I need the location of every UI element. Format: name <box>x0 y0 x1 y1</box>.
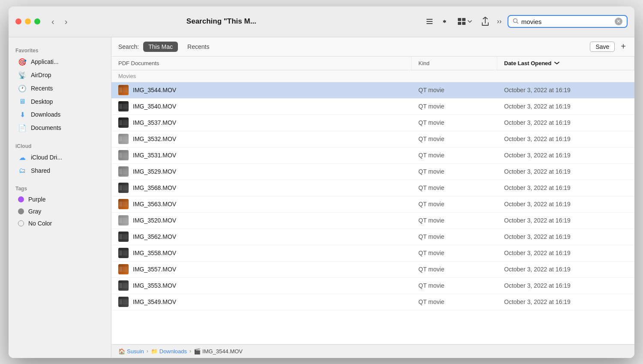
table-row[interactable]: IMG_3562.MOV QT movie October 3, 2022 at… <box>111 229 634 245</box>
sidebar-item-desktop[interactable]: 🖥 Desktop <box>11 95 108 108</box>
scope-this-mac-button[interactable]: This Mac <box>143 42 178 52</box>
view-switcher-button[interactable] <box>454 16 475 27</box>
file-name-cell: IMG_3529.MOV <box>111 164 412 179</box>
col-header-kind[interactable]: Kind <box>412 57 497 70</box>
sidebar-item-shared[interactable]: 🗂 Shared <box>11 164 108 177</box>
svg-rect-24 <box>119 218 122 223</box>
file-name-cell: IMG_3532.MOV <box>111 131 412 147</box>
sidebar-item-downloads[interactable]: ⬇ Downloads <box>11 108 108 121</box>
table-row[interactable]: IMG_3531.MOV QT movie October 3, 2022 at… <box>111 147 634 164</box>
more-options-button[interactable]: ›› <box>495 16 503 27</box>
file-kind-cell: QT movie <box>412 263 497 275</box>
table-row[interactable]: IMG_3540.MOV QT movie October 3, 2022 at… <box>111 99 634 115</box>
breadcrumb-label: IMG_3544.MOV <box>202 348 243 355</box>
file-date-cell: October 3, 2022 at 16:19 <box>497 214 634 226</box>
file-name-cell: IMG_3553.MOV <box>111 278 412 293</box>
sidebar-item-icloud-drive[interactable]: ☁ iCloud Dri... <box>11 151 108 164</box>
breadcrumb-icon: 🏠 <box>118 348 125 355</box>
documents-icon: 📄 <box>18 124 27 132</box>
shared-icon: 🗂 <box>18 167 27 174</box>
table-row[interactable]: IMG_3549.MOV QT movie October 3, 2022 at… <box>111 294 634 310</box>
desktop-icon: 🖥 <box>18 98 27 105</box>
sidebar-item-label-icloud-drive: iCloud Dri... <box>31 154 62 161</box>
col-header-date[interactable]: Date Last Opened <box>497 57 634 70</box>
file-name: IMG_3520.MOV <box>133 217 176 224</box>
file-kind-cell: QT movie <box>412 296 497 308</box>
downloads-icon: ⬇ <box>18 111 27 119</box>
breadcrumb-item[interactable]: 🏠Susuin <box>118 348 144 355</box>
svg-rect-19 <box>123 169 128 174</box>
sort-options-button[interactable] <box>439 16 450 27</box>
file-name: IMG_3531.MOV <box>133 152 176 159</box>
group-label: Movies <box>111 70 634 82</box>
svg-rect-21 <box>123 185 128 190</box>
sidebar-item-label-downloads: Downloads <box>31 111 60 118</box>
table-row[interactable]: IMG_3563.MOV QT movie October 3, 2022 at… <box>111 196 634 213</box>
file-name-cell: IMG_3563.MOV <box>111 196 412 212</box>
list-view-button[interactable] <box>424 16 435 27</box>
file-date-cell: October 3, 2022 at 16:19 <box>497 100 634 112</box>
table-row[interactable]: IMG_3537.MOV QT movie October 3, 2022 at… <box>111 115 634 131</box>
add-filter-button[interactable]: + <box>619 42 628 51</box>
file-icon <box>118 232 129 242</box>
share-button[interactable] <box>480 15 491 28</box>
svg-rect-12 <box>119 120 122 125</box>
scope-recents-button[interactable]: Recents <box>182 42 214 52</box>
sidebar-item-tag-no-color[interactable]: No Color <box>11 217 108 229</box>
file-date-cell: October 3, 2022 at 16:19 <box>497 263 634 275</box>
sidebar-item-label-no-color: No Color <box>28 220 52 227</box>
breadcrumb-item[interactable]: 📁Downloads <box>151 348 187 355</box>
table-row[interactable]: IMG_3568.MOV QT movie October 3, 2022 at… <box>111 180 634 196</box>
sidebar-item-label-gray: Gray <box>28 208 41 215</box>
file-name-cell: IMG_3562.MOV <box>111 229 412 244</box>
svg-rect-3 <box>458 18 461 21</box>
file-icon <box>118 134 129 144</box>
svg-rect-14 <box>119 136 122 141</box>
file-name-cell: IMG_3540.MOV <box>111 99 412 114</box>
sidebar-item-tag-gray[interactable]: Gray <box>11 205 108 217</box>
close-button[interactable] <box>15 18 21 24</box>
file-icon <box>118 199 129 209</box>
search-clear-button[interactable]: ✕ <box>615 18 622 25</box>
table-row[interactable]: IMG_3544.MOV QT movie October 3, 2022 at… <box>111 82 634 99</box>
file-kind-cell: QT movie <box>412 149 497 161</box>
file-name-cell: IMG_3520.MOV <box>111 213 412 228</box>
sidebar-item-applications[interactable]: 🎯 Applicati... <box>11 55 108 69</box>
search-input[interactable] <box>521 18 612 25</box>
gray-tag-icon <box>18 208 24 214</box>
sidebar-item-label-purple: Purple <box>28 196 45 203</box>
file-name: IMG_3537.MOV <box>133 119 176 126</box>
svg-rect-22 <box>119 202 122 207</box>
table-row[interactable]: IMG_3520.MOV QT movie October 3, 2022 at… <box>111 213 634 229</box>
sidebar-item-label-documents: Documents <box>31 124 61 131</box>
file-icon <box>118 248 129 258</box>
sidebar-item-label-shared: Shared <box>31 167 50 174</box>
file-name-cell: IMG_3558.MOV <box>111 245 412 261</box>
column-headers: PDF Documents Kind Date Last Opened <box>111 57 634 70</box>
table-row[interactable]: IMG_3558.MOV QT movie October 3, 2022 at… <box>111 245 634 262</box>
file-date-cell: October 3, 2022 at 16:19 <box>497 149 634 161</box>
search-box: ✕ <box>508 15 628 28</box>
svg-rect-30 <box>119 267 122 272</box>
breadcrumb-label: Downloads <box>159 348 187 355</box>
svg-rect-1 <box>427 21 433 22</box>
sidebar-item-tag-purple[interactable]: Purple <box>11 193 108 205</box>
applications-icon: 🎯 <box>18 58 27 66</box>
breadcrumb-label: Susuin <box>127 348 144 355</box>
save-button[interactable]: Save <box>590 42 615 52</box>
table-row[interactable]: IMG_3557.MOV QT movie October 3, 2022 at… <box>111 262 634 278</box>
sidebar-item-airdrop[interactable]: 📡 AirDrop <box>11 69 108 82</box>
sidebar-item-documents[interactable]: 📄 Documents <box>11 121 108 135</box>
table-row[interactable]: IMG_3553.MOV QT movie October 3, 2022 at… <box>111 278 634 294</box>
table-row[interactable]: IMG_3529.MOV QT movie October 3, 2022 at… <box>111 164 634 180</box>
svg-rect-34 <box>119 299 122 304</box>
icloud-label: iCloud <box>9 140 111 151</box>
file-date-cell: October 3, 2022 at 16:19 <box>497 133 634 145</box>
sidebar-item-recents[interactable]: 🕐 Recents <box>11 82 108 95</box>
file-name: IMG_3557.MOV <box>133 266 176 273</box>
col-header-name[interactable]: PDF Documents <box>111 57 412 70</box>
file-kind-cell: QT movie <box>412 182 497 194</box>
svg-rect-23 <box>123 202 128 207</box>
table-row[interactable]: IMG_3532.MOV QT movie October 3, 2022 at… <box>111 131 634 147</box>
svg-rect-20 <box>119 185 122 190</box>
